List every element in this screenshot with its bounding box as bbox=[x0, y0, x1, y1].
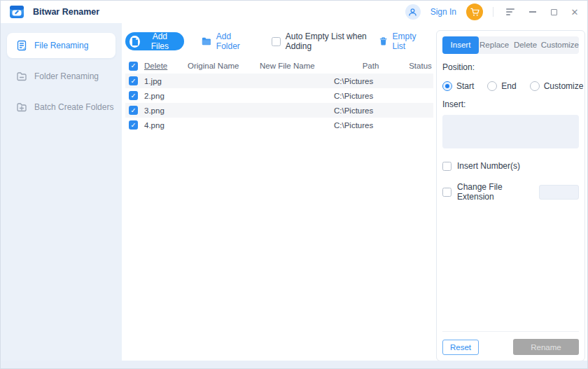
change-extension-row: Change File Extension bbox=[442, 182, 579, 202]
titlebar-separator bbox=[493, 7, 493, 17]
insert-numbers-option[interactable]: Insert Number(s) bbox=[442, 161, 579, 171]
tab-replace[interactable]: Replace bbox=[479, 36, 510, 54]
auto-empty-label: Auto Empty List when Adding bbox=[286, 32, 380, 51]
sidebar-item-folder-renaming[interactable]: Folder Renaming bbox=[7, 64, 115, 89]
mode-tabs: Insert Replace Delete Customize bbox=[442, 36, 579, 54]
user-avatar-icon[interactable] bbox=[405, 4, 421, 20]
folder-icon bbox=[202, 36, 211, 46]
header-status: Status bbox=[407, 62, 433, 70]
content-area: File Renaming Folder Renaming Batch Crea… bbox=[1, 23, 587, 368]
radio-option-customize[interactable]: Customize bbox=[530, 81, 584, 91]
sidebar-item-label: File Renaming bbox=[34, 41, 88, 50]
minimize-button[interactable] bbox=[527, 6, 538, 18]
cell-original-name: 2.png bbox=[144, 92, 334, 100]
row-checkbox[interactable]: ✓ bbox=[129, 106, 138, 115]
auto-empty-option[interactable]: Auto Empty List when Adding bbox=[272, 32, 380, 51]
empty-list-label: Empty List bbox=[393, 32, 426, 51]
main-area: Add Files Add Folder Auto Empty List whe… bbox=[122, 23, 587, 361]
radio-customize-label: Customize bbox=[544, 81, 584, 91]
menu-icon[interactable] bbox=[503, 6, 517, 18]
sidebar-item-label: Batch Create Folders bbox=[34, 102, 113, 112]
empty-list-button[interactable]: Empty List bbox=[379, 32, 426, 51]
sign-in-link[interactable]: Sign In bbox=[430, 7, 456, 17]
app-title: Bitwar Renamer bbox=[33, 7, 99, 17]
cell-original-name: 1.jpg bbox=[144, 77, 334, 85]
cell-path: C:\Pictures bbox=[334, 106, 407, 115]
tab-insert[interactable]: Insert bbox=[442, 36, 479, 54]
radio-customize[interactable] bbox=[530, 81, 540, 91]
radio-end[interactable] bbox=[487, 81, 497, 91]
header-original-name: Original Name bbox=[188, 62, 260, 70]
add-folder-label: Add Folder bbox=[216, 32, 252, 51]
insert-numbers-label: Insert Number(s) bbox=[457, 161, 520, 171]
header-delete[interactable]: Delete bbox=[144, 62, 188, 70]
radio-start-label: Start bbox=[456, 81, 474, 91]
reset-button[interactable]: Reset bbox=[442, 340, 479, 355]
change-extension-option[interactable]: Change File Extension bbox=[442, 182, 539, 202]
insert-numbers-checkbox[interactable] bbox=[442, 162, 451, 171]
rename-options-panel: Insert Replace Delete Customize Position… bbox=[436, 30, 585, 361]
cell-path: C:\Pictures bbox=[334, 121, 407, 130]
radio-end-label: End bbox=[501, 81, 516, 91]
app-logo-icon bbox=[9, 4, 24, 20]
folder-minus-icon bbox=[16, 71, 27, 82]
header-path: Path bbox=[334, 62, 407, 70]
cell-path: C:\Pictures bbox=[334, 92, 407, 100]
add-folder-button[interactable]: Add Folder bbox=[202, 32, 252, 51]
close-button[interactable]: ✕ bbox=[569, 6, 580, 18]
tab-delete[interactable]: Delete bbox=[510, 36, 540, 54]
add-files-button[interactable]: Add Files bbox=[125, 32, 184, 50]
rename-button[interactable]: Rename bbox=[513, 339, 579, 355]
table-row[interactable]: ✓ 2.png C:\Pictures bbox=[125, 88, 433, 103]
auto-empty-checkbox[interactable] bbox=[272, 37, 281, 46]
panel-footer: Reset Rename bbox=[442, 331, 579, 355]
radio-start[interactable] bbox=[442, 81, 452, 91]
position-radio-group: Start End Customize bbox=[442, 81, 579, 91]
trash-icon bbox=[379, 36, 387, 46]
table-row[interactable]: ✓ 3.png C:\Pictures bbox=[125, 103, 433, 118]
sidebar-item-label: Folder Renaming bbox=[34, 71, 99, 81]
shopping-cart-icon[interactable] bbox=[466, 4, 483, 20]
tab-customize[interactable]: Customize bbox=[541, 36, 579, 54]
change-extension-label: Change File Extension bbox=[457, 182, 539, 202]
change-extension-checkbox[interactable] bbox=[442, 188, 451, 197]
extension-input[interactable] bbox=[539, 185, 579, 200]
row-checkbox[interactable]: ✓ bbox=[129, 91, 138, 100]
titlebar: Bitwar Renamer Sign In ✕ bbox=[1, 1, 587, 23]
table-row[interactable]: ✓ 4.png C:\Pictures bbox=[125, 118, 433, 132]
header-new-file-name: New File Name bbox=[260, 62, 334, 70]
sidebar-item-file-renaming[interactable]: File Renaming bbox=[7, 33, 115, 58]
cell-original-name: 3.png bbox=[144, 106, 334, 115]
table-row[interactable]: ✓ 1.jpg C:\Pictures bbox=[125, 74, 433, 88]
table-header: ✓ Delete Original Name New File Name Pat… bbox=[125, 58, 433, 74]
file-table: ✓ Delete Original Name New File Name Pat… bbox=[125, 58, 433, 132]
maximize-button[interactable] bbox=[548, 6, 559, 18]
row-checkbox[interactable]: ✓ bbox=[129, 76, 138, 85]
position-label: Position: bbox=[442, 62, 579, 72]
radio-option-end[interactable]: End bbox=[487, 81, 516, 91]
folder-plus-icon bbox=[16, 102, 27, 113]
sidebar: File Renaming Folder Renaming Batch Crea… bbox=[1, 23, 122, 361]
cell-path: C:\Pictures bbox=[334, 77, 407, 85]
sidebar-item-batch-create-folders[interactable]: Batch Create Folders bbox=[7, 95, 115, 120]
insert-text-input[interactable] bbox=[442, 115, 579, 148]
insert-label: Insert: bbox=[442, 99, 579, 109]
window-bottom-strip bbox=[1, 361, 587, 368]
row-checkbox[interactable]: ✓ bbox=[129, 120, 138, 130]
app-window: Bitwar Renamer Sign In ✕ bbox=[0, 0, 588, 369]
toolbar: Add Files Add Folder Auto Empty List whe… bbox=[125, 32, 433, 51]
select-all-checkbox[interactable]: ✓ bbox=[129, 62, 138, 71]
file-circle-icon bbox=[130, 36, 140, 48]
document-edit-icon bbox=[16, 40, 27, 51]
cell-original-name: 4.png bbox=[144, 121, 334, 130]
radio-option-start[interactable]: Start bbox=[442, 81, 474, 91]
add-files-label: Add Files bbox=[145, 32, 175, 51]
